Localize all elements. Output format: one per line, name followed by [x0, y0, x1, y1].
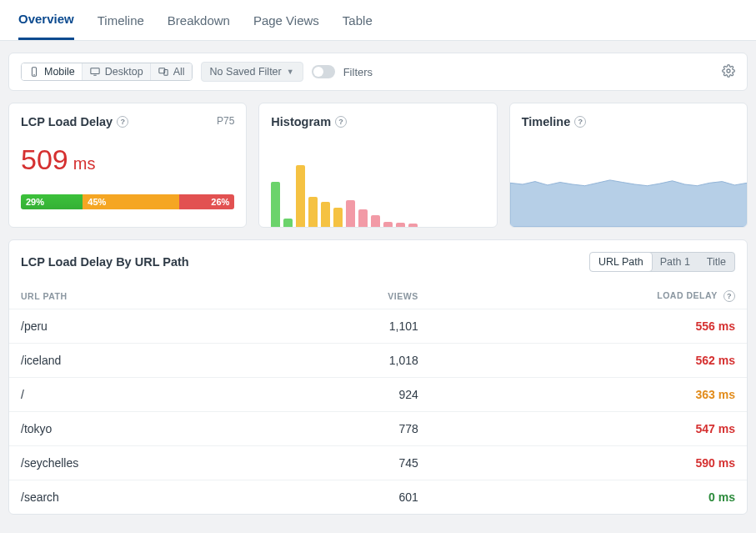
chevron-down-icon: ▼: [287, 68, 294, 76]
cell-path: /iceland: [9, 344, 263, 378]
cell-path: /tokyo: [9, 412, 263, 446]
device-desktop-label: Desktop: [105, 66, 143, 78]
table-row[interactable]: /search6010 ms: [9, 480, 747, 515]
device-segment: Mobile Desktop All: [21, 63, 193, 81]
histogram-bar: [358, 209, 368, 227]
tab-overview[interactable]: Overview: [18, 0, 74, 40]
cell-delay: 590 ms: [430, 446, 747, 480]
saved-filter-label: No Saved Filter: [210, 66, 282, 78]
cell-delay: 562 ms: [430, 344, 747, 378]
lcp-title: LCP Load Delay: [21, 115, 113, 128]
url-table: URL PATH VIEWS LOAD DELAY ? /peru1,10155…: [9, 284, 747, 514]
devices-icon: [158, 67, 169, 77]
table-row[interactable]: /peru1,101556 ms: [9, 309, 747, 344]
lcp-card: LCP Load Delay ? P75 509 ms 29% 45% 26%: [8, 103, 247, 228]
table-row[interactable]: /iceland1,018562 ms: [9, 344, 747, 378]
filter-bar: Mobile Desktop All No Saved Filter ▼ Fil…: [8, 53, 748, 91]
help-icon[interactable]: ?: [117, 116, 128, 128]
histogram-bar: [396, 223, 405, 227]
scope-segment: URL Path Path 1 Title: [589, 252, 735, 272]
cell-path: /search: [9, 480, 263, 515]
histogram-bar: [408, 224, 418, 227]
col-views[interactable]: VIEWS: [263, 284, 430, 309]
settings-button[interactable]: [722, 64, 735, 80]
lcp-percentile: P75: [217, 115, 234, 127]
dist-good: 29%: [21, 194, 83, 209]
device-all-label: All: [173, 66, 185, 78]
tab-page-views[interactable]: Page Views: [253, 0, 319, 40]
cell-delay: 547 ms: [430, 412, 747, 446]
table-row[interactable]: /tokyo778547 ms: [9, 412, 747, 446]
tab-table[interactable]: Table: [343, 0, 373, 40]
device-mobile[interactable]: Mobile: [22, 63, 83, 80]
cell-views: 601: [263, 480, 430, 515]
table-row[interactable]: /seychelles745590 ms: [9, 446, 747, 480]
col-path[interactable]: URL PATH: [9, 284, 263, 309]
phone-icon: [28, 67, 40, 77]
histogram-title: Histogram: [271, 115, 331, 128]
cell-path: /peru: [9, 309, 263, 344]
view-tabs: Overview Timeline Breakdown Page Views T…: [0, 0, 756, 41]
cell-views: 745: [263, 446, 430, 480]
cell-delay: 556 ms: [430, 309, 747, 344]
histogram-bar: [333, 208, 343, 227]
cell-delay: 0 ms: [430, 480, 747, 515]
table-row[interactable]: /924363 ms: [9, 378, 747, 412]
device-desktop[interactable]: Desktop: [83, 63, 151, 80]
cell-views: 924: [263, 378, 430, 412]
scope-url-path[interactable]: URL Path: [589, 252, 653, 272]
svg-point-6: [727, 69, 730, 73]
cell-path: /: [9, 378, 263, 412]
filters-toggle[interactable]: [312, 65, 335, 78]
cell-delay: 363 ms: [430, 378, 747, 412]
histogram-bar: [283, 219, 293, 227]
histogram-bar: [371, 215, 380, 227]
tab-breakdown[interactable]: Breakdown: [168, 0, 230, 40]
timeline-card: Timeline ?: [509, 103, 748, 228]
device-all[interactable]: All: [151, 63, 192, 80]
cell-views: 778: [263, 412, 430, 446]
histogram-bar: [346, 200, 355, 227]
histogram-bar: [271, 182, 280, 227]
gear-icon: [722, 64, 735, 78]
help-icon[interactable]: ?: [574, 116, 586, 128]
histogram-bar: [296, 165, 305, 227]
lcp-value-unit: ms: [73, 154, 96, 173]
histogram-bar: [383, 222, 393, 227]
timeline-title: Timeline: [522, 115, 571, 128]
dist-needs: 45%: [83, 194, 178, 209]
desktop-icon: [89, 67, 101, 77]
lcp-distribution: 29% 45% 26%: [21, 194, 234, 209]
scope-title[interactable]: Title: [698, 253, 734, 271]
cell-views: 1,101: [263, 309, 430, 344]
col-delay-label: LOAD DELAY: [657, 290, 717, 300]
help-icon[interactable]: ?: [335, 116, 347, 128]
timeline-chart: [510, 156, 747, 227]
col-delay[interactable]: LOAD DELAY ?: [430, 284, 747, 309]
histogram-bar: [321, 202, 330, 227]
dist-poor: 26%: [179, 194, 235, 209]
lcp-value-number: 509: [21, 143, 68, 176]
help-icon[interactable]: ?: [723, 290, 735, 302]
histogram-chart: [271, 156, 484, 227]
filters-toggle-label: Filters: [343, 66, 373, 78]
lcp-value: 509 ms: [21, 143, 234, 176]
by-url-title: LCP Load Delay By URL Path: [21, 255, 189, 269]
saved-filter-select[interactable]: No Saved Filter ▼: [201, 62, 303, 82]
svg-rect-2: [91, 68, 99, 74]
by-url-card: LCP Load Delay By URL Path URL Path Path…: [8, 239, 748, 515]
scope-path-1[interactable]: Path 1: [652, 253, 698, 271]
histogram-card: Histogram ?: [258, 103, 497, 228]
histogram-bar: [308, 197, 318, 227]
device-mobile-label: Mobile: [44, 66, 75, 78]
cell-views: 1,018: [263, 344, 430, 378]
tab-timeline[interactable]: Timeline: [98, 0, 144, 40]
cell-path: /seychelles: [9, 446, 263, 480]
